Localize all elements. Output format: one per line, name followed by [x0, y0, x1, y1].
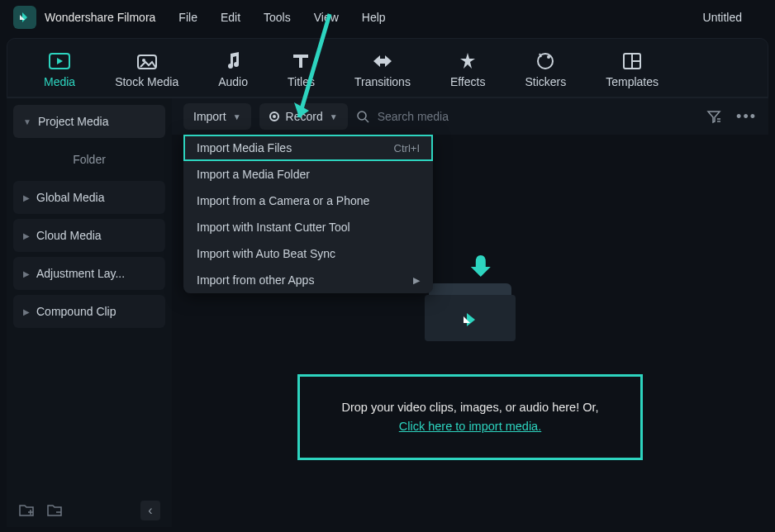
collapse-sidebar-button[interactable]: ‹: [140, 501, 160, 520]
sidebar-item-compound-clip[interactable]: ▶ Compound Clip: [13, 295, 165, 328]
toolbar-right: •••: [706, 108, 757, 126]
sidebar: ▼ Project Media Folder ▶ Global Media ▶ …: [7, 98, 172, 527]
search-input[interactable]: [378, 110, 698, 123]
effects-icon: [457, 52, 478, 70]
sidebar-item-label: Project Media: [38, 115, 109, 128]
media-icon: [49, 52, 70, 70]
tab-titles[interactable]: Titles: [268, 44, 335, 97]
tab-label: Media: [44, 75, 75, 88]
menubar: File Edit Tools View Help: [178, 11, 385, 24]
tab-label: Effects: [450, 75, 486, 88]
tab-stock-media[interactable]: Stock Media: [95, 44, 198, 97]
dd-label: Import with Instant Cutter Tool: [197, 221, 350, 234]
tab-label: Audio: [218, 75, 248, 88]
dd-shortcut: Ctrl+I: [394, 142, 420, 154]
sidebar-item-adjustment-layer[interactable]: ▶ Adjustment Lay...: [13, 257, 165, 290]
tab-label: Templates: [606, 75, 659, 88]
sidebar-item-label: Global Media: [36, 191, 105, 204]
dd-import-other-apps[interactable]: Import from other Apps ▶: [183, 267, 433, 293]
filter-icon[interactable]: [706, 109, 721, 124]
app-logo: [13, 6, 36, 29]
sidebar-item-project-media[interactable]: ▼ Project Media: [13, 105, 165, 138]
svg-point-4: [547, 55, 550, 59]
tabstrip: Media Stock Media Audio Titles Transitio…: [7, 38, 768, 97]
dd-import-instant-cutter[interactable]: Import with Instant Cutter Tool: [183, 214, 433, 240]
dropzone-text: Drop your video clips, images, or audio …: [341, 401, 598, 414]
menu-file[interactable]: File: [178, 11, 197, 24]
import-dropdown: Import Media Files Ctrl+I Import a Media…: [183, 135, 433, 293]
templates-icon: [621, 52, 643, 70]
tab-transitions[interactable]: Transitions: [335, 44, 430, 97]
dd-import-auto-beat-sync[interactable]: Import with Auto Beat Sync: [183, 240, 433, 267]
sidebar-item-label: Cloud Media: [36, 229, 102, 242]
tab-media[interactable]: Media: [24, 44, 95, 97]
new-folder-icon[interactable]: [18, 503, 35, 518]
tab-label: Stickers: [525, 75, 566, 88]
sidebar-item-label: Compound Clip: [36, 305, 116, 318]
menu-edit[interactable]: Edit: [221, 11, 240, 24]
import-label: Import: [193, 110, 226, 123]
chevron-right-icon: ▶: [23, 307, 30, 316]
dd-import-media-folder[interactable]: Import a Media Folder: [183, 161, 433, 188]
stickers-icon: [535, 52, 556, 70]
sidebar-item-label: Folder: [73, 153, 106, 166]
chevron-down-icon: ▼: [233, 112, 241, 121]
tab-stickers[interactable]: Stickers: [505, 44, 586, 97]
record-label: Record: [286, 110, 323, 123]
dd-import-camera-phone[interactable]: Import from a Camera or a Phone: [183, 188, 433, 214]
sidebar-item-global-media[interactable]: ▶ Global Media: [13, 181, 165, 214]
dd-import-media-files[interactable]: Import Media Files Ctrl+I: [183, 135, 433, 161]
dd-label: Import with Auto Beat Sync: [197, 247, 335, 260]
import-media-link[interactable]: Click here to import media.: [399, 420, 541, 433]
delete-folder-icon[interactable]: [46, 503, 63, 518]
stock-media-icon: [136, 52, 158, 70]
dd-label: Import a Media Folder: [197, 168, 310, 181]
titles-icon: [290, 52, 311, 70]
chevron-right-icon: ▶: [23, 193, 30, 202]
dd-label: Import from other Apps: [197, 273, 314, 287]
project-title: Untitled: [703, 11, 742, 24]
chevron-right-icon: ▶: [23, 231, 30, 240]
more-icon[interactable]: •••: [736, 108, 757, 126]
search-icon: [356, 110, 369, 123]
toolbar: Import ▼ Record ▼ •••: [172, 98, 768, 135]
menu-help[interactable]: Help: [362, 11, 386, 24]
chevron-right-icon: ▶: [413, 275, 420, 286]
folder-graphic: [421, 259, 520, 341]
audio-icon: [222, 52, 244, 70]
tab-label: Stock Media: [115, 75, 178, 88]
svg-line-12: [365, 119, 368, 122]
chevron-down-icon: ▼: [330, 112, 338, 121]
svg-point-11: [358, 112, 366, 120]
sidebar-item-label: Adjustment Lay...: [36, 267, 125, 280]
titlebar: Wondershare Filmora File Edit Tools View…: [0, 0, 775, 35]
record-button[interactable]: Record ▼: [259, 103, 348, 130]
dropzone[interactable]: Drop your video clips, images, or audio …: [297, 374, 642, 460]
tab-label: Transitions: [354, 75, 411, 88]
sidebar-item-cloud-media[interactable]: ▶ Cloud Media: [13, 219, 165, 252]
sidebar-item-folder[interactable]: Folder: [13, 143, 165, 176]
tab-templates[interactable]: Templates: [586, 44, 678, 97]
tab-label: Titles: [288, 75, 315, 88]
menu-view[interactable]: View: [314, 11, 339, 24]
sidebar-footer: ‹: [13, 492, 165, 520]
download-arrow-icon: [468, 252, 494, 278]
app-name: Wondershare Filmora: [45, 11, 155, 24]
main: ▼ Project Media Folder ▶ Global Media ▶ …: [7, 97, 768, 527]
transitions-icon: [372, 52, 393, 70]
menu-tools[interactable]: Tools: [264, 11, 291, 24]
chevron-down-icon: ▼: [23, 117, 31, 126]
filmora-logo-icon: [460, 310, 480, 330]
search: [356, 110, 698, 123]
chevron-right-icon: ▶: [23, 269, 30, 278]
dd-label: Import from a Camera or a Phone: [197, 194, 369, 207]
record-icon: [269, 112, 279, 121]
import-button[interactable]: Import ▼: [183, 103, 251, 130]
content: Import ▼ Record ▼ ••• Import Media Files…: [172, 98, 768, 527]
tab-effects[interactable]: Effects: [430, 44, 506, 97]
tab-audio[interactable]: Audio: [198, 44, 268, 97]
dd-label: Import Media Files: [197, 141, 292, 154]
